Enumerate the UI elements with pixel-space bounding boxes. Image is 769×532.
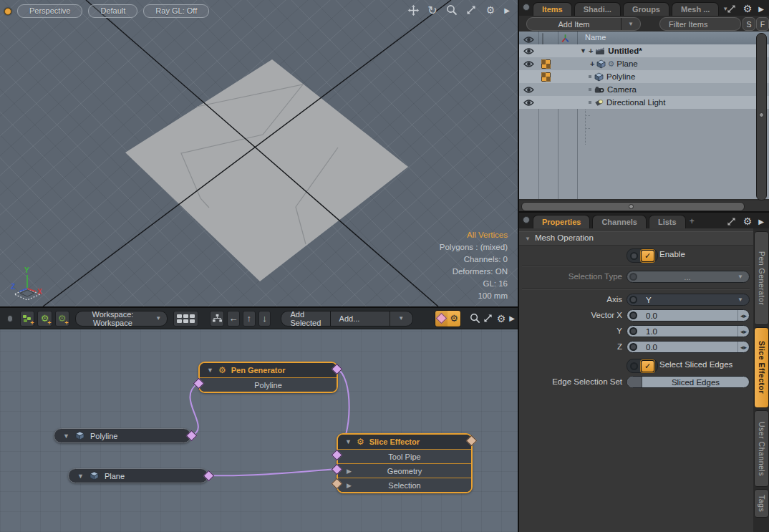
chevron-down-icon[interactable]: ▼ — [622, 21, 640, 27]
maximize-icon[interactable] — [725, 2, 737, 15]
render-toggle-icon[interactable] — [541, 57, 551, 70]
list-column-header[interactable]: Name — [519, 32, 769, 45]
wire-plane-to-geometry — [208, 469, 337, 475]
tab-channels[interactable]: Channels — [592, 215, 647, 228]
solo-button[interactable]: S — [743, 17, 755, 31]
channel-dot[interactable] — [630, 252, 638, 260]
channel-dot[interactable] — [629, 343, 637, 351]
viewport-thumb-knob[interactable] — [4, 8, 11, 15]
tree-bullet — [589, 88, 591, 91]
vector-y-input[interactable]: 1.0 ◂▸ — [627, 325, 750, 337]
item-row-plane[interactable]: + ⚙ Plane — [519, 57, 769, 70]
filter-button[interactable]: F — [756, 17, 769, 31]
node-header[interactable]: ▼ ⚙ Pen Generator — [200, 363, 337, 377]
pan-icon[interactable] — [407, 4, 420, 16]
view-type-button[interactable]: Perspective — [17, 4, 82, 18]
panel-expand-icon[interactable]: ▶ — [758, 2, 765, 15]
field-handle[interactable] — [627, 377, 642, 387]
filter-items-input[interactable]: Filter Items — [659, 17, 741, 31]
schematic-viewport: + ⚙ + ⚙ + Workspace: Workspace ▼ ← ↑ ↓ — [0, 308, 518, 532]
item-list[interactable]: ▼ + Untitled* + ⚙ Plane — [519, 44, 769, 199]
side-tab-tags[interactable]: Tags — [754, 489, 769, 518]
expand-plus-icon[interactable]: + — [590, 59, 594, 68]
zoom-icon[interactable] — [445, 4, 458, 16]
panel-expand-icon[interactable]: ▶ — [758, 215, 765, 228]
expand-icon[interactable]: ▶ — [347, 482, 352, 489]
collapse-icon[interactable]: ▼ — [525, 236, 531, 242]
horizontal-scrollbar[interactable] — [519, 200, 769, 211]
node-input-row-selection[interactable]: ▶ Selection — [338, 478, 471, 492]
collapse-icon[interactable]: ▼ — [77, 473, 84, 480]
side-tab-slice-effector[interactable]: Slice Effector — [754, 327, 769, 408]
side-tab-pen-generator[interactable]: Pen Generator — [754, 231, 769, 325]
value-spinner[interactable]: ◂▸ — [737, 342, 749, 352]
item-row-camera[interactable]: Camera — [519, 83, 769, 96]
add-item-button[interactable]: Add Item ▼ — [526, 17, 641, 31]
node-input-row-toolpipe[interactable]: Tool Pipe — [338, 449, 471, 463]
3d-viewport[interactable]: Y X Z Perspective Default Ray GL: Off ↻ — [0, 0, 518, 306]
expand-plus-icon[interactable]: + — [589, 47, 593, 55]
channel-dot[interactable] — [629, 327, 637, 335]
node-input-row[interactable]: Polyline — [200, 377, 337, 392]
channel-dot[interactable] — [629, 296, 637, 304]
channel-dot[interactable] — [629, 311, 637, 319]
edge-set-input[interactable]: Sliced Edges — [627, 376, 750, 388]
maximize-icon[interactable] — [725, 215, 737, 228]
mesh-icon — [596, 59, 606, 69]
item-label: Untitled* — [608, 47, 642, 55]
rotate-view-icon[interactable]: ↻ — [426, 4, 439, 16]
node-input-row-geometry[interactable]: ▶ Geometry — [338, 463, 471, 478]
vertical-scrollbar[interactable] — [756, 33, 767, 200]
tab-items[interactable]: Items — [533, 2, 572, 16]
collapse-icon[interactable]: ▼ — [63, 432, 69, 440]
raygl-button[interactable]: Ray GL: Off — [143, 4, 209, 18]
node-pen-generator[interactable]: ▼ ⚙ Pen Generator Polyline — [198, 362, 338, 393]
item-row-directional-light[interactable]: Directional Light — [519, 96, 769, 109]
visibility-eye-icon[interactable] — [523, 44, 534, 57]
tab-mesh[interactable]: Mesh ... — [672, 2, 719, 16]
plane-mesh[interactable] — [125, 59, 408, 281]
collapse-icon[interactable]: ▼ — [207, 367, 213, 374]
name-column-label[interactable]: Name — [585, 33, 606, 42]
expand-icon[interactable]: ▶ — [347, 468, 352, 475]
visibility-eye-icon[interactable] — [523, 96, 534, 109]
item-label: Plane — [616, 59, 637, 68]
vector-z-input[interactable]: 0.0 ◂▸ — [627, 341, 750, 353]
shading-style-button[interactable]: Default — [88, 4, 137, 18]
enable-row: ✓ Enable — [519, 248, 753, 262]
tab-shading[interactable]: Shadi... — [574, 2, 621, 16]
gear-icon[interactable]: ⚙ — [741, 215, 754, 228]
node-plane[interactable]: ▼ Plane — [68, 468, 208, 483]
visibility-eye-icon[interactable] — [523, 83, 534, 96]
side-tab-user-channels[interactable]: User Channels — [754, 410, 769, 487]
maximize-icon[interactable] — [465, 4, 478, 16]
select-sliced-checkbox[interactable]: ✓ — [641, 360, 654, 372]
item-label: Camera — [607, 85, 637, 94]
add-tab-button[interactable]: + — [690, 216, 695, 226]
gear-icon[interactable]: ⚙ — [741, 2, 754, 15]
gear-icon[interactable]: ⚙ — [484, 4, 497, 16]
collapse-icon[interactable]: ▼ — [345, 438, 352, 445]
value-spinner[interactable]: ◂▸ — [737, 326, 749, 337]
node-polyline[interactable]: ▼ Polyline — [54, 428, 191, 443]
vector-x-input[interactable]: 0.0 ◂▸ — [627, 309, 750, 321]
item-row-polyline[interactable]: Polyline — [519, 70, 769, 83]
render-toggle-icon[interactable] — [541, 70, 551, 83]
section-mesh-operation[interactable]: ▼ Mesh Operation — [519, 231, 753, 246]
item-row-scene[interactable]: ▼ + Untitled* — [519, 44, 769, 57]
tab-groups[interactable]: Groups — [623, 2, 669, 16]
channel-dot[interactable] — [630, 362, 638, 370]
axis-dropdown[interactable]: Y ▼ — [627, 294, 750, 306]
panel-thumb-knob[interactable] — [523, 4, 530, 11]
node-slice-effector[interactable]: ▼ ⚙ Slice Effector Tool Pipe ▶ Geometry … — [337, 433, 473, 493]
panel-expand-icon[interactable]: ▶ — [503, 4, 511, 16]
node-header[interactable]: ▼ ⚙ Slice Effector — [338, 435, 471, 449]
expand-arrow-icon[interactable]: ▼ — [580, 47, 586, 54]
value-spinner[interactable]: ◂▸ — [737, 310, 749, 321]
tab-properties[interactable]: Properties — [533, 215, 590, 228]
panel-thumb-knob[interactable] — [523, 216, 530, 223]
wire-polyline-to-pengenerator — [190, 383, 198, 435]
tab-lists[interactable]: Lists — [649, 215, 686, 228]
enable-checkbox[interactable]: ✓ — [641, 250, 654, 262]
visibility-eye-icon[interactable] — [523, 57, 534, 70]
